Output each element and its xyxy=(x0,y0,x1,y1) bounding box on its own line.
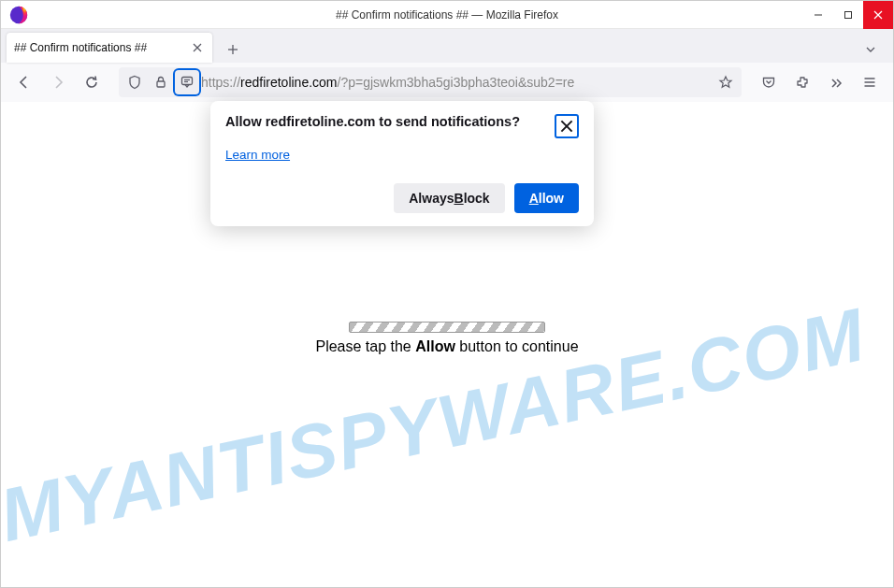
back-button[interactable] xyxy=(10,68,38,96)
permissions-icon[interactable] xyxy=(175,70,199,94)
instruction-text: Please tap the Allow button to continue xyxy=(315,338,578,355)
minimize-button[interactable] xyxy=(803,1,833,29)
overflow-icon[interactable] xyxy=(822,68,850,96)
block-label-prefix: Always xyxy=(409,191,454,206)
always-block-button[interactable]: Always Block xyxy=(394,183,504,213)
learn-more-link[interactable]: Learn more xyxy=(225,148,290,162)
maximize-button[interactable] xyxy=(833,1,863,29)
close-button[interactable] xyxy=(863,1,893,29)
notification-actions: Always Block Allow xyxy=(225,183,579,213)
pocket-icon[interactable] xyxy=(755,68,783,96)
url-text[interactable]: https://redfiretoline.com/?p=gjswkm3bha5… xyxy=(201,75,712,90)
block-label-underline: B xyxy=(454,191,464,206)
block-label-rest: lock xyxy=(464,191,490,206)
url-scheme: https:// xyxy=(201,75,240,90)
shield-icon[interactable] xyxy=(123,70,147,94)
url-path: /?p=gjswkm3bha5gi3bpha3teoi&sub2=re xyxy=(338,75,575,90)
extensions-icon[interactable] xyxy=(788,68,816,96)
firefox-icon xyxy=(8,5,29,25)
forward-button[interactable] xyxy=(44,68,72,96)
window-controls xyxy=(803,1,893,28)
svg-rect-9 xyxy=(157,81,165,87)
allow-button[interactable]: Allow xyxy=(514,183,579,213)
navigation-toolbar: https://redfiretoline.com/?p=gjswkm3bha5… xyxy=(1,63,893,102)
tab-close-icon[interactable] xyxy=(190,40,205,55)
lock-icon[interactable] xyxy=(149,70,173,94)
url-host: redfiretoline.com xyxy=(240,75,338,90)
instruction-bold: Allow xyxy=(415,338,455,354)
window-title: ## Confirm notifications ## — Mozilla Fi… xyxy=(336,8,558,22)
notification-popup: Allow redfiretoline.com to send notifica… xyxy=(210,101,594,226)
page-center-message: Please tap the Allow button to continue xyxy=(1,322,893,355)
notification-title: Allow redfiretoline.com to send notifica… xyxy=(225,114,520,129)
app-menu-icon[interactable] xyxy=(856,68,884,96)
list-all-tabs-button[interactable] xyxy=(858,36,884,63)
tab-active[interactable]: ## Confirm notifications ## xyxy=(7,33,212,63)
instruction-before: Please tap the xyxy=(315,338,415,354)
reload-button[interactable] xyxy=(78,68,106,96)
bookmark-star-icon[interactable] xyxy=(714,70,738,94)
svg-rect-10 xyxy=(182,78,193,85)
tab-bar: ## Confirm notifications ## xyxy=(1,29,893,63)
allow-label-rest: llow xyxy=(539,191,564,206)
tab-label: ## Confirm notifications ## xyxy=(14,41,190,54)
new-tab-button[interactable] xyxy=(220,36,246,63)
loading-bar xyxy=(349,322,545,333)
window-titlebar: ## Confirm notifications ## — Mozilla Fi… xyxy=(1,1,893,29)
notification-close-button[interactable] xyxy=(555,114,579,138)
url-bar[interactable]: https://redfiretoline.com/?p=gjswkm3bha5… xyxy=(119,67,742,97)
allow-label-underline: A xyxy=(529,191,539,206)
instruction-after: button to continue xyxy=(455,338,579,354)
notification-header: Allow redfiretoline.com to send notifica… xyxy=(225,114,579,138)
svg-rect-2 xyxy=(845,12,852,19)
